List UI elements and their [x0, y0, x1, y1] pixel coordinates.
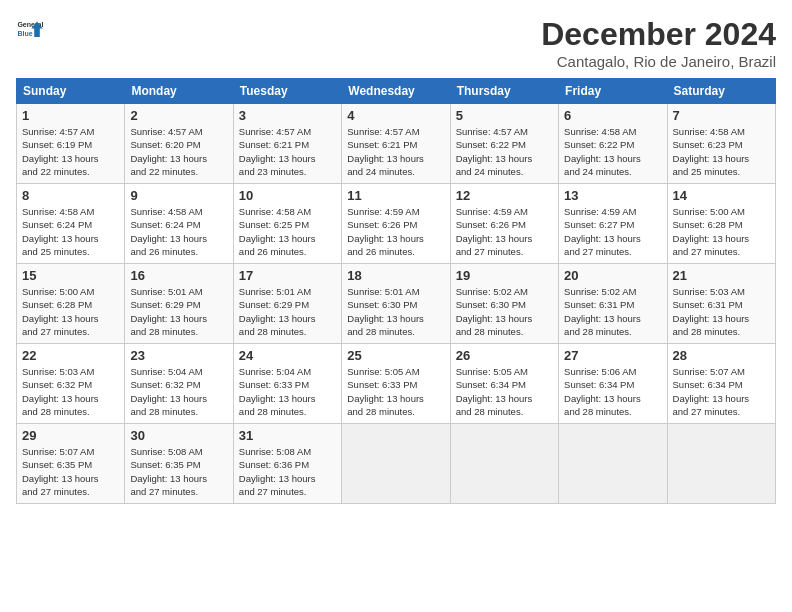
calendar-cell: 3Sunrise: 4:57 AM Sunset: 6:21 PM Daylig… — [233, 104, 341, 184]
day-number: 28 — [673, 348, 770, 363]
day-number: 6 — [564, 108, 661, 123]
day-info: Sunrise: 4:58 AM Sunset: 6:24 PM Dayligh… — [22, 205, 119, 258]
day-info: Sunrise: 5:01 AM Sunset: 6:29 PM Dayligh… — [239, 285, 336, 338]
calendar-cell: 13Sunrise: 4:59 AM Sunset: 6:27 PM Dayli… — [559, 184, 667, 264]
day-number: 5 — [456, 108, 553, 123]
calendar-cell: 12Sunrise: 4:59 AM Sunset: 6:26 PM Dayli… — [450, 184, 558, 264]
day-number: 10 — [239, 188, 336, 203]
calendar-header-friday: Friday — [559, 79, 667, 104]
day-info: Sunrise: 5:04 AM Sunset: 6:33 PM Dayligh… — [239, 365, 336, 418]
title-area: December 2024 Cantagalo, Rio de Janeiro,… — [541, 16, 776, 70]
day-number: 22 — [22, 348, 119, 363]
calendar-cell: 7Sunrise: 4:58 AM Sunset: 6:23 PM Daylig… — [667, 104, 775, 184]
day-number: 7 — [673, 108, 770, 123]
header: General Blue December 2024 Cantagalo, Ri… — [16, 16, 776, 70]
calendar-cell: 11Sunrise: 4:59 AM Sunset: 6:26 PM Dayli… — [342, 184, 450, 264]
day-info: Sunrise: 5:08 AM Sunset: 6:36 PM Dayligh… — [239, 445, 336, 498]
day-info: Sunrise: 5:02 AM Sunset: 6:30 PM Dayligh… — [456, 285, 553, 338]
calendar-header-sunday: Sunday — [17, 79, 125, 104]
calendar-cell: 29Sunrise: 5:07 AM Sunset: 6:35 PM Dayli… — [17, 424, 125, 504]
day-info: Sunrise: 4:59 AM Sunset: 6:26 PM Dayligh… — [456, 205, 553, 258]
day-number: 25 — [347, 348, 444, 363]
calendar-header-monday: Monday — [125, 79, 233, 104]
calendar-header-wednesday: Wednesday — [342, 79, 450, 104]
day-info: Sunrise: 4:58 AM Sunset: 6:22 PM Dayligh… — [564, 125, 661, 178]
day-number: 24 — [239, 348, 336, 363]
day-info: Sunrise: 4:59 AM Sunset: 6:26 PM Dayligh… — [347, 205, 444, 258]
calendar-header-tuesday: Tuesday — [233, 79, 341, 104]
calendar-week-1: 1Sunrise: 4:57 AM Sunset: 6:19 PM Daylig… — [17, 104, 776, 184]
day-number: 9 — [130, 188, 227, 203]
day-info: Sunrise: 5:01 AM Sunset: 6:30 PM Dayligh… — [347, 285, 444, 338]
calendar-week-4: 22Sunrise: 5:03 AM Sunset: 6:32 PM Dayli… — [17, 344, 776, 424]
calendar-week-2: 8Sunrise: 4:58 AM Sunset: 6:24 PM Daylig… — [17, 184, 776, 264]
calendar-cell: 27Sunrise: 5:06 AM Sunset: 6:34 PM Dayli… — [559, 344, 667, 424]
day-info: Sunrise: 4:57 AM Sunset: 6:20 PM Dayligh… — [130, 125, 227, 178]
calendar-cell: 1Sunrise: 4:57 AM Sunset: 6:19 PM Daylig… — [17, 104, 125, 184]
day-number: 23 — [130, 348, 227, 363]
day-info: Sunrise: 5:00 AM Sunset: 6:28 PM Dayligh… — [22, 285, 119, 338]
calendar-cell: 28Sunrise: 5:07 AM Sunset: 6:34 PM Dayli… — [667, 344, 775, 424]
day-number: 11 — [347, 188, 444, 203]
day-number: 18 — [347, 268, 444, 283]
day-info: Sunrise: 5:05 AM Sunset: 6:34 PM Dayligh… — [456, 365, 553, 418]
calendar-cell: 2Sunrise: 4:57 AM Sunset: 6:20 PM Daylig… — [125, 104, 233, 184]
calendar-cell: 26Sunrise: 5:05 AM Sunset: 6:34 PM Dayli… — [450, 344, 558, 424]
calendar-cell: 8Sunrise: 4:58 AM Sunset: 6:24 PM Daylig… — [17, 184, 125, 264]
calendar: SundayMondayTuesdayWednesdayThursdayFrid… — [16, 78, 776, 504]
day-number: 8 — [22, 188, 119, 203]
calendar-body: 1Sunrise: 4:57 AM Sunset: 6:19 PM Daylig… — [17, 104, 776, 504]
day-number: 12 — [456, 188, 553, 203]
calendar-cell: 19Sunrise: 5:02 AM Sunset: 6:30 PM Dayli… — [450, 264, 558, 344]
calendar-cell: 10Sunrise: 4:58 AM Sunset: 6:25 PM Dayli… — [233, 184, 341, 264]
calendar-cell: 18Sunrise: 5:01 AM Sunset: 6:30 PM Dayli… — [342, 264, 450, 344]
day-info: Sunrise: 5:02 AM Sunset: 6:31 PM Dayligh… — [564, 285, 661, 338]
day-info: Sunrise: 4:58 AM Sunset: 6:24 PM Dayligh… — [130, 205, 227, 258]
day-number: 4 — [347, 108, 444, 123]
calendar-header-thursday: Thursday — [450, 79, 558, 104]
calendar-cell: 24Sunrise: 5:04 AM Sunset: 6:33 PM Dayli… — [233, 344, 341, 424]
day-info: Sunrise: 5:00 AM Sunset: 6:28 PM Dayligh… — [673, 205, 770, 258]
day-info: Sunrise: 4:57 AM Sunset: 6:21 PM Dayligh… — [239, 125, 336, 178]
day-number: 30 — [130, 428, 227, 443]
calendar-cell: 17Sunrise: 5:01 AM Sunset: 6:29 PM Dayli… — [233, 264, 341, 344]
calendar-cell: 20Sunrise: 5:02 AM Sunset: 6:31 PM Dayli… — [559, 264, 667, 344]
day-number: 15 — [22, 268, 119, 283]
day-info: Sunrise: 5:04 AM Sunset: 6:32 PM Dayligh… — [130, 365, 227, 418]
svg-text:Blue: Blue — [17, 30, 32, 37]
main-title: December 2024 — [541, 16, 776, 53]
calendar-cell — [342, 424, 450, 504]
calendar-cell: 16Sunrise: 5:01 AM Sunset: 6:29 PM Dayli… — [125, 264, 233, 344]
calendar-cell: 21Sunrise: 5:03 AM Sunset: 6:31 PM Dayli… — [667, 264, 775, 344]
day-number: 31 — [239, 428, 336, 443]
calendar-header-row: SundayMondayTuesdayWednesdayThursdayFrid… — [17, 79, 776, 104]
calendar-cell: 23Sunrise: 5:04 AM Sunset: 6:32 PM Dayli… — [125, 344, 233, 424]
day-number: 2 — [130, 108, 227, 123]
logo-icon: General Blue — [16, 16, 44, 44]
calendar-cell: 9Sunrise: 4:58 AM Sunset: 6:24 PM Daylig… — [125, 184, 233, 264]
day-info: Sunrise: 5:05 AM Sunset: 6:33 PM Dayligh… — [347, 365, 444, 418]
day-number: 17 — [239, 268, 336, 283]
calendar-cell — [559, 424, 667, 504]
day-info: Sunrise: 5:03 AM Sunset: 6:32 PM Dayligh… — [22, 365, 119, 418]
day-number: 21 — [673, 268, 770, 283]
calendar-cell: 30Sunrise: 5:08 AM Sunset: 6:35 PM Dayli… — [125, 424, 233, 504]
day-info: Sunrise: 4:58 AM Sunset: 6:25 PM Dayligh… — [239, 205, 336, 258]
day-number: 20 — [564, 268, 661, 283]
calendar-cell: 6Sunrise: 4:58 AM Sunset: 6:22 PM Daylig… — [559, 104, 667, 184]
day-info: Sunrise: 4:58 AM Sunset: 6:23 PM Dayligh… — [673, 125, 770, 178]
logo: General Blue — [16, 16, 44, 44]
subtitle: Cantagalo, Rio de Janeiro, Brazil — [541, 53, 776, 70]
day-number: 16 — [130, 268, 227, 283]
day-info: Sunrise: 4:57 AM Sunset: 6:22 PM Dayligh… — [456, 125, 553, 178]
day-number: 1 — [22, 108, 119, 123]
day-number: 19 — [456, 268, 553, 283]
day-info: Sunrise: 4:57 AM Sunset: 6:19 PM Dayligh… — [22, 125, 119, 178]
day-number: 14 — [673, 188, 770, 203]
day-info: Sunrise: 4:57 AM Sunset: 6:21 PM Dayligh… — [347, 125, 444, 178]
day-number: 27 — [564, 348, 661, 363]
day-number: 29 — [22, 428, 119, 443]
calendar-week-3: 15Sunrise: 5:00 AM Sunset: 6:28 PM Dayli… — [17, 264, 776, 344]
calendar-cell: 4Sunrise: 4:57 AM Sunset: 6:21 PM Daylig… — [342, 104, 450, 184]
calendar-week-5: 29Sunrise: 5:07 AM Sunset: 6:35 PM Dayli… — [17, 424, 776, 504]
